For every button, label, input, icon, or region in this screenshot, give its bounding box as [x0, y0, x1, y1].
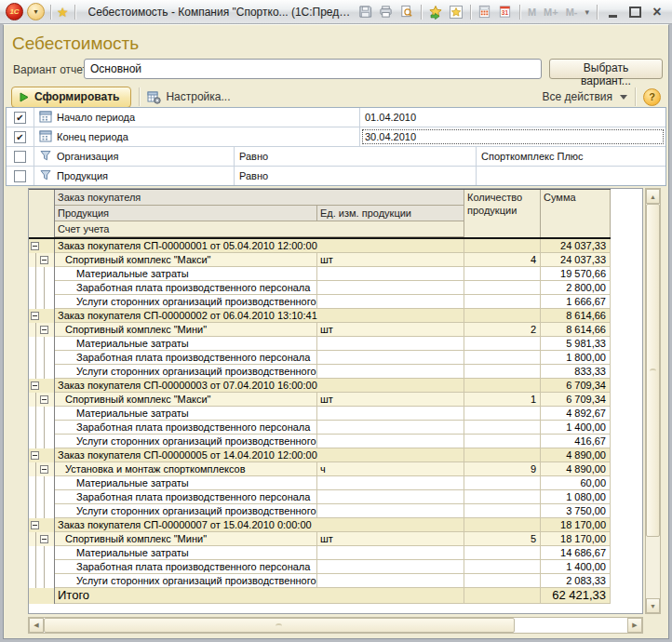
item-cell[interactable]: Материальные затраты: [55, 476, 317, 490]
sum-cell[interactable]: 833,33: [541, 365, 611, 379]
collapse-icon[interactable]: [31, 521, 39, 529]
horizontal-scrollbar[interactable]: ◀ ▶: [28, 617, 643, 634]
qty-cell[interactable]: [464, 365, 541, 379]
collapse-icon[interactable]: [31, 381, 39, 390]
qty-cell[interactable]: [464, 407, 541, 421]
unit-cell[interactable]: [317, 365, 464, 379]
filter-label-cell[interactable]: Конец периода: [34, 127, 360, 146]
report-row[interactable]: Услуги сторонних организаций производств…: [29, 435, 611, 448]
filter-enabled-cell[interactable]: ✔: [7, 127, 34, 146]
sum-cell[interactable]: 4 892,67: [541, 407, 611, 421]
unit-cell[interactable]: шт: [317, 253, 464, 267]
help-button[interactable]: ?: [643, 88, 661, 106]
qty-cell[interactable]: [464, 435, 541, 448]
unit-cell[interactable]: ч: [317, 462, 464, 476]
unit-cell[interactable]: шт: [317, 393, 464, 407]
report-row[interactable]: Заказ покупателя СП-00000005 от 14.04.20…: [29, 448, 611, 462]
report-area[interactable]: Заказ покупателя Продукция Ед. изм. прод…: [28, 188, 643, 614]
qty-cell[interactable]: [464, 476, 541, 490]
report-row[interactable]: Заработная плата производственного персо…: [29, 560, 611, 574]
calendar-icon[interactable]: 31: [497, 4, 514, 20]
sum-cell[interactable]: 1 800,00: [541, 351, 611, 365]
item-cell[interactable]: Спортивный комплекс "Мини": [55, 532, 317, 546]
unit-cell[interactable]: [317, 546, 464, 560]
unit-cell[interactable]: шт: [317, 532, 464, 546]
report-row[interactable]: Заработная плата производственного персо…: [29, 281, 611, 295]
maximize-button[interactable]: [625, 4, 644, 20]
sum-cell[interactable]: 416,67: [541, 435, 611, 448]
qty-cell[interactable]: [464, 574, 541, 588]
item-cell[interactable]: Спортивный комплекс "Мини": [55, 323, 317, 337]
report-row[interactable]: Заработная плата производственного персо…: [29, 351, 611, 365]
unit-cell[interactable]: [317, 337, 464, 351]
sum-cell[interactable]: 1 400,00: [541, 560, 611, 574]
qty-cell[interactable]: [464, 518, 541, 532]
choose-variant-button[interactable]: Выбрать вариант...: [549, 59, 663, 79]
sum-cell[interactable]: 60,00: [541, 476, 611, 490]
collapse-icon[interactable]: [31, 242, 39, 250]
unit-cell[interactable]: [317, 295, 464, 309]
item-cell[interactable]: Спортивный комплекс "Макси": [55, 393, 317, 407]
sum-cell[interactable]: 18 170,00: [541, 518, 611, 532]
qty-cell[interactable]: 4: [464, 253, 541, 267]
report-row[interactable]: Заказ покупателя СП-00000002 от 06.04.20…: [29, 309, 611, 323]
item-cell[interactable]: Материальные затраты: [55, 337, 317, 351]
report-row[interactable]: Материальные затраты5 981,33: [29, 337, 611, 351]
order-cell[interactable]: Заказ покупателя СП-00000005 от 14.04.20…: [55, 448, 464, 462]
unit-cell[interactable]: шт: [317, 323, 464, 337]
unit-cell[interactable]: [317, 407, 464, 421]
report-row[interactable]: Заработная плата производственного персо…: [29, 421, 611, 435]
report-row[interactable]: Спортивный комплекс "Макси"шт424 037,33: [29, 253, 611, 267]
sum-cell[interactable]: 1 666,67: [541, 295, 611, 309]
item-cell[interactable]: Материальные затраты: [55, 546, 317, 560]
minimize-button[interactable]: [603, 4, 622, 20]
item-cell[interactable]: Материальные затраты: [55, 407, 317, 421]
sum-cell[interactable]: 4 890,00: [541, 448, 611, 462]
settings-button[interactable]: Настройка...: [147, 90, 230, 104]
sum-cell[interactable]: 8 614,66: [541, 323, 611, 337]
qty-cell[interactable]: [464, 267, 541, 281]
sum-cell[interactable]: 2 800,00: [541, 281, 611, 295]
sum-cell[interactable]: 1 080,00: [541, 490, 611, 504]
item-cell[interactable]: Материальные затраты: [55, 267, 317, 281]
order-cell[interactable]: Заказ покупателя СП-00000007 от 15.04.20…: [55, 518, 464, 532]
print-preview-icon[interactable]: [398, 4, 415, 20]
favorites-list-icon[interactable]: [448, 4, 464, 20]
unit-cell[interactable]: [317, 267, 464, 281]
filter-label-cell[interactable]: Продукция: [34, 167, 235, 185]
filter-label-cell[interactable]: Начало периода: [34, 108, 360, 127]
item-cell[interactable]: Услуги сторонних организаций производств…: [55, 504, 317, 518]
qty-cell[interactable]: [464, 351, 541, 365]
qty-cell[interactable]: [464, 546, 541, 560]
vertical-scrollbar[interactable]: ▲ ▼: [645, 188, 661, 614]
scroll-down-button[interactable]: ▼: [646, 598, 660, 613]
close-button[interactable]: ×: [648, 4, 666, 20]
sum-cell[interactable]: 14 686,67: [541, 546, 611, 560]
sum-cell[interactable]: 6 709,34: [541, 379, 611, 393]
unit-cell[interactable]: [317, 560, 464, 574]
item-cell[interactable]: Услуги сторонних организаций производств…: [55, 574, 317, 588]
qty-cell[interactable]: 9: [464, 462, 541, 476]
variant-input[interactable]: [84, 59, 542, 79]
sum-cell[interactable]: 6 709,34: [541, 393, 611, 407]
filter-checkbox[interactable]: [14, 170, 26, 182]
item-cell[interactable]: Заработная плата производственного персо…: [55, 560, 317, 574]
sum-cell[interactable]: 1 400,00: [541, 421, 611, 435]
report-row[interactable]: Материальные затраты14 686,67: [29, 546, 611, 560]
filter-condition-cell[interactable]: Равно: [235, 167, 477, 185]
report-row[interactable]: Материальные затраты19 570,66: [29, 267, 611, 281]
qty-cell[interactable]: [464, 490, 541, 504]
generate-button[interactable]: Сформировать: [11, 87, 131, 108]
filter-condition-cell[interactable]: Равно: [235, 147, 477, 166]
report-row[interactable]: Материальные затраты4 892,67: [29, 407, 611, 421]
unit-cell[interactable]: [317, 281, 464, 295]
sum-cell[interactable]: 19 570,66: [541, 267, 611, 281]
unit-cell[interactable]: [317, 574, 464, 588]
filter-checkbox[interactable]: [14, 151, 26, 163]
report-total-row[interactable]: Итого 62 421,33: [29, 588, 611, 604]
print-icon[interactable]: [378, 4, 395, 20]
collapse-icon[interactable]: [40, 395, 48, 404]
item-cell[interactable]: Услуги сторонних организаций производств…: [55, 435, 317, 448]
filter-label-cell[interactable]: Организация: [34, 147, 235, 166]
item-cell[interactable]: Заработная плата производственного персо…: [55, 351, 317, 365]
